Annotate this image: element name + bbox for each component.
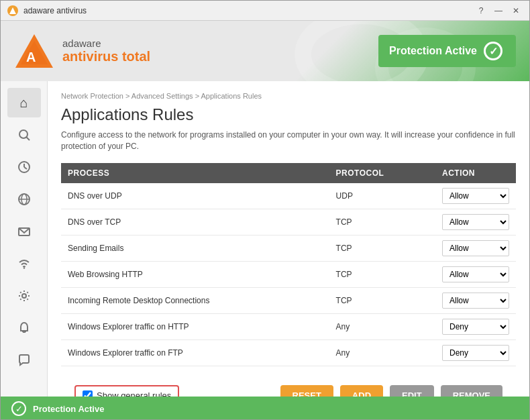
cell-process: Incoming Remote Desktop Connections [61,287,329,313]
help-button[interactable]: ? [474,4,488,17]
action-select[interactable]: AllowDenyAsk [442,188,509,204]
svg-line-8 [24,167,27,169]
minimize-button[interactable]: — [492,4,505,17]
close-button[interactable]: ✕ [509,4,523,17]
cell-protocol: UDP [329,183,435,209]
sidebar-item-search[interactable] [7,120,41,150]
action-select[interactable]: AllowDenyAsk [442,240,509,256]
rules-table: PROCESS PROTOCOL ACTION DNS over UDPUDPA… [61,163,516,366]
cell-process: Windows Explorer traffic on HTTP [61,313,329,339]
table-row: DNS over UDPUDPAllowDenyAsk [61,183,516,209]
edit-button[interactable]: EDIT [390,385,434,397]
breadcrumb: Network Protection > Advanced Settings >… [61,92,516,100]
show-general-checkbox[interactable] [83,390,93,397]
svg-point-14 [22,294,26,298]
table-row: Windows Explorer traffic on FTPAnyAllowD… [61,339,516,366]
cell-protocol: TCP [329,287,435,313]
cell-action[interactable]: AllowDenyAsk [435,313,516,339]
sidebar-item-bell[interactable] [7,313,41,343]
status-bar: ✓ Protection Active [1,397,529,420]
cell-protocol: TCP [329,235,435,261]
titlebar: adaware antivirus ? — ✕ [1,1,529,21]
action-select[interactable]: AllowDenyAsk [442,214,509,230]
cell-protocol: Any [329,339,435,366]
add-button[interactable]: ADD [340,385,383,397]
svg-point-13 [23,267,24,268]
table-row: Web Browsing HTTPTCPAllowDenyAsk [61,261,516,287]
action-select[interactable]: AllowDenyAsk [442,345,509,361]
main-layout: ⌂ [1,81,529,397]
cell-protocol: TCP [329,261,435,287]
page-description: Configure access to the network for prog… [61,129,516,152]
sidebar-item-home[interactable]: ⌂ [7,88,41,117]
protection-badge: Protection Active ✓ [378,35,516,67]
bottom-bar: Show general rules RESET ADD EDIT REMOVE [61,377,516,397]
show-general-label: Show general rules [97,390,171,397]
protection-check-icon: ✓ [484,42,502,60]
action-select[interactable]: AllowDenyAsk [442,319,509,335]
sidebar-item-globe[interactable] [7,185,41,214]
col-process: PROCESS [61,163,329,183]
cell-action[interactable]: AllowDenyAsk [435,183,516,209]
col-protocol: PROTOCOL [329,163,435,183]
window-controls: ? — ✕ [474,4,523,17]
status-text: Protection Active [33,404,104,414]
logo-product: antivirus total [62,49,150,64]
table-row: Sending EmailsTCPAllowDenyAsk [61,235,516,261]
logo-text: adaware antivirus total [62,38,150,64]
sidebar-item-chat[interactable] [7,346,41,375]
logo-area: A adaware antivirus total [14,31,150,71]
cell-process: Web Browsing HTTP [61,261,329,287]
page-title: Applications Rules [61,105,516,124]
action-select[interactable]: AllowDenyAsk [442,266,509,282]
cell-action[interactable]: AllowDenyAsk [435,209,516,235]
sidebar-item-settings[interactable] [7,281,41,311]
reset-button[interactable]: RESET [280,385,333,397]
table-header-row: PROCESS PROTOCOL ACTION [61,163,516,183]
show-general-rules-container: Show general rules [74,385,179,397]
svg-marker-0 [9,7,16,14]
col-action: ACTION [435,163,516,183]
status-check-icon: ✓ [11,401,26,416]
header: A adaware antivirus total Protection Act… [1,21,529,81]
remove-button[interactable]: REMOVE [441,385,502,397]
cell-process: Windows Explorer traffic on FTP [61,339,329,366]
cell-action[interactable]: AllowDenyAsk [435,235,516,261]
cell-process: DNS over UDP [61,183,329,209]
table-row: Incoming Remote Desktop ConnectionsTCPAl… [61,287,516,313]
logo-icon: A [14,31,54,71]
svg-line-5 [26,137,30,140]
cell-action[interactable]: AllowDenyAsk [435,339,516,366]
cell-action[interactable]: AllowDenyAsk [435,287,516,313]
cell-process: DNS over TCP [61,209,329,235]
app-icon [7,5,18,16]
sidebar-item-mail[interactable] [7,217,41,246]
sidebar-item-wifi[interactable] [7,249,41,278]
cell-protocol: TCP [329,209,435,235]
table-row: Windows Explorer traffic on HTTPAnyAllow… [61,313,516,339]
table-row: DNS over TCPTCPAllowDenyAsk [61,209,516,235]
logo-brand: adaware [62,38,150,49]
cell-process: Sending Emails [61,235,329,261]
cell-protocol: Any [329,313,435,339]
action-select[interactable]: AllowDenyAsk [442,293,509,309]
sidebar-item-clock[interactable] [7,152,41,182]
protection-label: Protection Active [389,45,477,57]
content-area: Network Protection > Advanced Settings >… [48,81,529,397]
titlebar-title: adaware antivirus [23,6,474,15]
cell-action[interactable]: AllowDenyAsk [435,261,516,287]
svg-text:A: A [26,50,36,64]
sidebar: ⌂ [1,81,48,397]
